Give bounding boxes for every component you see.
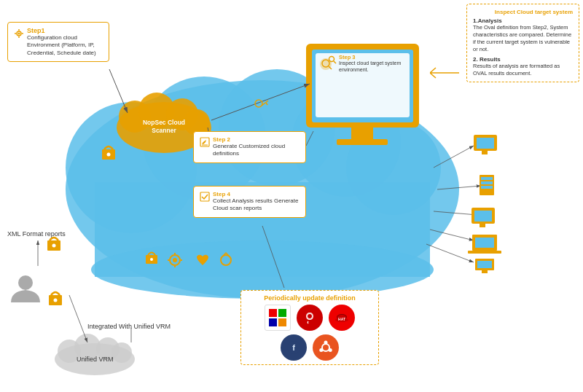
svg-point-2 — [18, 33, 20, 35]
device-server-slot-2 — [481, 181, 493, 184]
lock-icon-1-keyhole — [150, 258, 153, 261]
inspect-title: Inspect Cloud target system — [473, 9, 573, 15]
device-small-stand-5 — [482, 270, 488, 273]
vrm-cloud-far — [111, 342, 132, 363]
redhat-icon: HAT — [334, 310, 350, 326]
step1-gear-icon — [14, 28, 24, 39]
step4-label: Step 4 — [213, 191, 300, 197]
logos-row-2: f f — [247, 334, 372, 361]
fedora-icon: f f — [286, 340, 302, 356]
logo-fedora: f f — [281, 334, 307, 361]
svg-point-27 — [329, 348, 332, 352]
step2-edit-icon — [200, 137, 210, 147]
svg-rect-14 — [269, 318, 277, 326]
update-definition-box: Periodically update definition — [240, 290, 379, 365]
device-laptop-screen — [475, 238, 494, 248]
xml-format-label: XML Format reports — [7, 230, 66, 238]
device-stand-1 — [482, 151, 488, 154]
step1-text: Configuration cloud Environment (Platfor… — [27, 34, 103, 57]
svg-point-26 — [324, 341, 328, 345]
update-title: Periodically update definition — [247, 294, 372, 302]
step3-text: Inspect cloud target system environment. — [339, 60, 417, 74]
svg-point-28 — [319, 348, 323, 352]
device-screen-2 — [474, 211, 492, 222]
inspect-analysis-title: 1.Analysis — [473, 17, 573, 24]
device-small-screen-5 — [477, 261, 492, 268]
step3-search-icon — [328, 55, 337, 64]
vrm-label: Unified VRM — [77, 356, 114, 363]
device-server-slot-3 — [481, 186, 493, 189]
logo-puzzle — [265, 305, 291, 331]
step1-label: Step1 — [27, 27, 103, 34]
gear-icon-center — [173, 258, 177, 262]
svg-line-10 — [334, 61, 336, 63]
step4-box: Step 4 Collect Analysis results Generate… — [193, 186, 306, 218]
lock-xml-shackle — [50, 238, 58, 240]
svg-rect-15 — [278, 318, 286, 326]
inspect-results-title: 2. Results — [473, 56, 573, 63]
person-body — [11, 290, 40, 302]
logo-puzzle-icon — [268, 308, 287, 327]
inspect-analysis-text: The Oval definition from Step2, System c… — [473, 24, 573, 54]
step2-text: Generate Customized cloud definitions — [213, 143, 300, 158]
logo-redhat: HAT — [329, 305, 355, 331]
ubuntu-icon — [318, 340, 334, 356]
callout-arrow-svg — [430, 62, 466, 84]
person-head — [18, 275, 33, 290]
inspect-results-text: Results of analysis are formatted as OVA… — [473, 63, 573, 77]
device-stand-2 — [480, 224, 485, 227]
callout-arrow — [430, 68, 459, 78]
logo-debian — [297, 305, 323, 331]
step2-box: Step 2 Generate Customized cloud definit… — [193, 131, 306, 163]
step4-check-icon — [200, 192, 210, 202]
monitor-base — [337, 139, 388, 145]
step4-text: Collect Analysis results Generate Cloud … — [213, 197, 300, 213]
logo-ubuntu — [313, 334, 339, 361]
integrated-label: Integrated With Unified VRM — [87, 323, 171, 330]
arrow-to-device5 — [426, 244, 474, 262]
device-laptop-base — [468, 251, 501, 254]
svg-text:HAT: HAT — [338, 317, 345, 321]
nopsec-label-1: NopSec Cloud — [143, 119, 185, 126]
svg-rect-13 — [278, 309, 286, 317]
device-screen-1 — [477, 138, 494, 149]
svg-text:f: f — [292, 343, 295, 352]
step3-area: Step 3 Inspect cloud target system envir… — [328, 54, 417, 74]
svg-rect-12 — [269, 309, 277, 317]
lock-vrm-keyhole — [54, 299, 58, 302]
debian-icon — [302, 310, 318, 326]
lock-vrm-shackle — [51, 292, 60, 295]
lock-xml-keyhole — [52, 244, 56, 248]
svg-point-9 — [329, 57, 334, 62]
logos-grid: HAT — [247, 305, 372, 331]
step3-label: Step 3 — [339, 54, 417, 60]
svg-rect-11 — [200, 192, 209, 201]
monitor-stand — [351, 128, 373, 141]
device-server-slot-1 — [481, 177, 493, 180]
inspect-callout-box: Inspect Cloud target system 1.Analysis T… — [466, 4, 579, 82]
nopsec-label-2: Scanner — [152, 127, 176, 134]
lock-left-keyhole — [107, 153, 111, 157]
step1-box: Step1 Configuration cloud Environment (P… — [7, 22, 109, 62]
arrow-to-vrm — [69, 295, 87, 342]
step2-label: Step 2 — [213, 136, 300, 143]
